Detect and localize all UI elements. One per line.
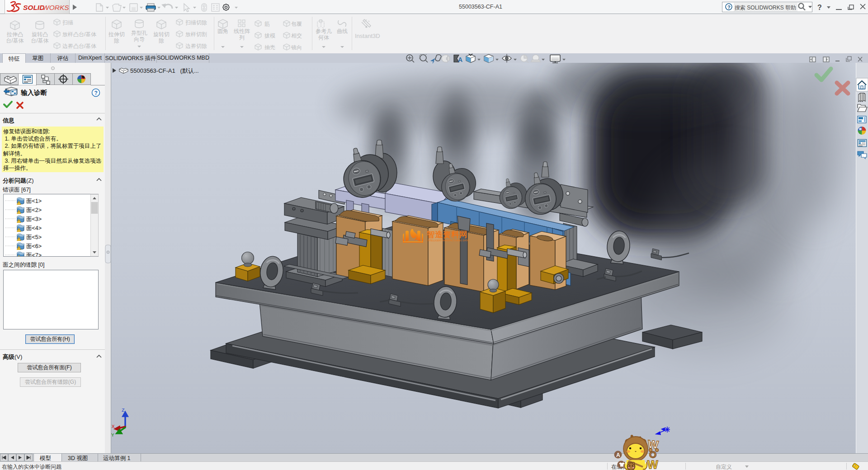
svg-text:运动算例 1: 运动算例 1 (103, 455, 130, 461)
svg-text:面<1>: 面<1> (26, 198, 42, 204)
svg-text:A: A (458, 56, 462, 63)
svg-text:智造资料网: 智造资料网 (426, 230, 467, 239)
svg-text:面<6>: 面<6> (26, 243, 42, 249)
svg-text:55003563-CF-A1 (默认...: 55003563-CF-A1 (默认... (130, 67, 199, 74)
svg-text:A: A (616, 452, 620, 458)
svg-text:WORKS: WORKS (42, 4, 69, 11)
svg-text:面<7>: 面<7> (26, 252, 42, 258)
svg-text:?: ? (817, 4, 822, 11)
svg-text:X: X (112, 424, 115, 429)
svg-text:Y: Y (111, 432, 114, 438)
svg-text:INTELLIGENT MANUFACTURING DATA: INTELLIGENT MANUFACTURING DATA (427, 239, 469, 242)
svg-text:SOLID: SOLID (23, 4, 44, 11)
svg-text:3D 视图: 3D 视图 (68, 455, 88, 461)
svg-text:?: ? (94, 90, 98, 96)
svg-text:面<5>: 面<5> (26, 234, 42, 240)
svg-text:面<3>: 面<3> (26, 216, 42, 222)
svg-text:W: W (647, 458, 658, 470)
svg-text:模型: 模型 (39, 455, 51, 461)
svg-text:Z: Z (122, 408, 125, 413)
svg-text:面<2>: 面<2> (26, 207, 42, 213)
svg-text:?: ? (727, 5, 731, 10)
svg-text:面<4>: 面<4> (26, 225, 42, 231)
